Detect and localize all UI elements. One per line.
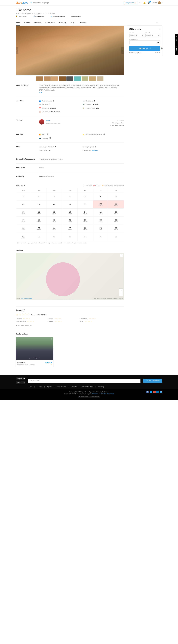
info-icon[interactable]: ?: [104, 134, 105, 135]
heart-icon[interactable]: ♡: [139, 2, 141, 4]
tab-about[interactable]: About: [16, 20, 20, 26]
calendar-cell[interactable]: 27$45.00: [62, 224, 78, 233]
map[interactable]: ⛶ + − Google Local government offices Ma…: [16, 253, 124, 300]
share-icon[interactable]: ↗: [159, 28, 160, 30]
host-name[interactable]: Razaf: [46, 119, 60, 122]
contact-us-sidetab[interactable]: Contact Us: [175, 44, 178, 55]
calendar-cell[interactable]: 10$45.00: [16, 208, 31, 216]
footer-link[interactable]: Contact us: [71, 386, 80, 388]
gallery-prev[interactable]: ‹: [16, 47, 18, 54]
search-input[interactable]: [33, 2, 59, 4]
newsletter-button[interactable]: Subscribe Newsletter: [143, 379, 162, 382]
calendar-cell[interactable]: 15$45.00: [93, 208, 108, 216]
calendar-cell[interactable]: 29$45.00: [93, 224, 108, 233]
ncrypted-icon[interactable]: N: [160, 391, 162, 393]
tab-reviews[interactable]: Reviews: [80, 20, 86, 26]
thumbnail[interactable]: [89, 76, 96, 81]
logo[interactable]: bistrostays: [16, 1, 28, 4]
linkedin-icon[interactable]: in: [156, 391, 159, 393]
footer-link[interactable]: Cancellation Policy: [82, 386, 96, 388]
map-zoom-out[interactable]: −: [119, 292, 123, 296]
calendar-cell[interactable]: 13$45.00: [62, 208, 78, 216]
thumbnail[interactable]: [36, 76, 43, 81]
checkout-input[interactable]: 03/20/2019🗓: [146, 34, 160, 37]
map-zoom-in[interactable]: +: [119, 289, 123, 292]
script-link[interactable]: Vacation Rental Script: [102, 393, 114, 394]
cancellation-link[interactable]: Violenex: [92, 150, 98, 152]
wishlist-toggle[interactable]: ♡1: [156, 20, 158, 26]
global-search[interactable]: 🔍: [30, 2, 59, 4]
calendar-cell[interactable]: 12$45.00: [47, 208, 62, 216]
messages-icon[interactable]: 💬20: [148, 2, 150, 4]
calendar-cell[interactable]: 25$45.00: [31, 224, 47, 233]
calendar-cell[interactable]: 01: [93, 192, 108, 200]
calendar-cell[interactable]: 04: [31, 200, 47, 208]
calendar-cell[interactable]: 23$45.00: [108, 216, 124, 224]
calendar-cell[interactable]: 16$45.00: [108, 208, 124, 216]
calendar-month-picker[interactable]: March 2019 ▾: [16, 185, 25, 186]
help-icon[interactable]: ?: [161, 48, 162, 49]
footer-link[interactable]: nshtesting: [98, 386, 106, 388]
gallery-next[interactable]: ›: [121, 47, 124, 54]
calendar-cell[interactable]: 21$45.00: [78, 216, 93, 224]
calendar-cell[interactable]: 08$45.00: [93, 200, 108, 208]
buy-now-sidetab[interactable]: Buy Now: [175, 34, 178, 44]
google-plus-icon[interactable]: g+: [153, 391, 156, 393]
newsletter-input[interactable]: [28, 379, 140, 382]
calendar-cell[interactable]: 19$45.00: [47, 216, 62, 224]
tab-amenities[interactable]: Amenities: [34, 20, 41, 26]
info-icon[interactable]: ?: [47, 134, 48, 135]
accommodates-select[interactable]: 1 ▾: [130, 40, 160, 44]
calendar-cell[interactable]: 03: [16, 200, 31, 208]
calendar-cell[interactable]: 02: [108, 192, 124, 200]
calendar-cell[interactable]: 09$45.00: [108, 200, 124, 208]
calendar-cell[interactable]: 06: [62, 200, 78, 208]
calendar-cell[interactable]: 31$45.00: [16, 233, 31, 241]
carousel-dots[interactable]: • • • • •: [16, 358, 53, 359]
thumbnail[interactable]: [82, 76, 88, 81]
similar-card[interactable]: ♡ • • • • • Small Hut $10 USD Private Ro…: [16, 337, 54, 367]
calendar-cell[interactable]: 30$45.00: [108, 224, 124, 233]
thumbnail[interactable]: [66, 76, 73, 81]
tab-price[interactable]: Price & Terms: [45, 20, 55, 26]
thumbnail[interactable]: [59, 76, 66, 81]
tab-host[interactable]: The Host: [24, 20, 30, 26]
calendar-cell[interactable]: 18$45.00: [31, 216, 47, 224]
thumbnail[interactable]: [74, 76, 81, 81]
calendar-cell[interactable]: 05: [47, 200, 62, 208]
tab-location[interactable]: Location: [70, 20, 76, 26]
product-link[interactable]: Bistrostays 4.2: [92, 393, 100, 394]
calendar-cell[interactable]: 11$45.00: [31, 208, 47, 216]
calendar-cell[interactable]: 20$45.00: [62, 216, 78, 224]
map-fullscreen-button[interactable]: ⛶: [120, 254, 123, 257]
calendar-cell[interactable]: 17$45.00: [16, 216, 31, 224]
thumbnail[interactable]: [51, 76, 58, 81]
list-space-button[interactable]: List your space: [124, 1, 137, 4]
twitter-icon[interactable]: t: [150, 391, 152, 393]
host-avatar[interactable]: [39, 119, 44, 124]
similar-wishlist[interactable]: ♡: [50, 338, 52, 340]
footer-link[interactable]: About: [29, 386, 34, 388]
calendar-cell[interactable]: 24$45.00: [16, 224, 31, 233]
footer-link[interactable]: View Testimonial: [57, 386, 69, 388]
footer-link[interactable]: Buy now: [47, 386, 54, 388]
footer-link[interactable]: Features: [37, 386, 44, 388]
calendar-cell[interactable]: 22$45.00: [93, 216, 108, 224]
about-more-link[interactable]: More: [39, 92, 42, 93]
checkin-input[interactable]: 03/13/2019🗓: [130, 34, 144, 37]
calendar-cell[interactable]: 26$45.00: [47, 224, 62, 233]
currency-select[interactable]: USD: [16, 382, 25, 384]
info-icon[interactable]: ⓘ: [140, 52, 141, 54]
thumbnail[interactable]: [97, 76, 104, 81]
tab-availability[interactable]: Availability: [59, 20, 66, 26]
thumbnail[interactable]: [44, 76, 50, 81]
info-icon[interactable]: ?: [50, 137, 51, 139]
calendar-cell[interactable]: 14$45.00: [78, 208, 93, 216]
request-button[interactable]: Request $241.5 ?: [130, 46, 160, 51]
user-menu[interactable]: Robert ▾: [152, 1, 162, 4]
bell-icon[interactable]: 🔔: [143, 2, 146, 4]
facebook-icon[interactable]: f: [146, 391, 149, 393]
calendar-cell[interactable]: 07: [78, 200, 93, 208]
language-select[interactable]: English: [16, 377, 25, 380]
calendar-cell[interactable]: 28$45.00: [78, 224, 93, 233]
